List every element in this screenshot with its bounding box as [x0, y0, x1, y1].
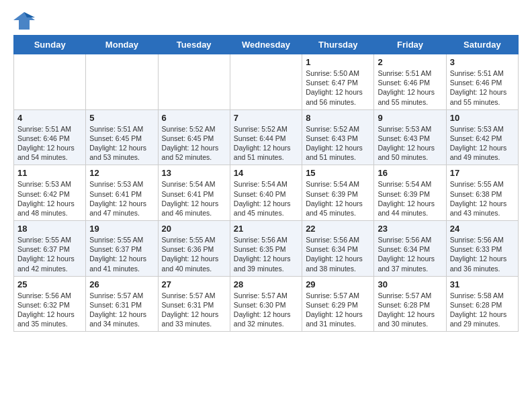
day-number: 3 — [450, 57, 515, 67]
week-row-4: 18Sunrise: 5:55 AM Sunset: 6:37 PM Dayli… — [14, 221, 519, 277]
day-number: 10 — [450, 113, 515, 123]
calendar-cell — [158, 54, 230, 110]
day-info: Sunrise: 5:54 AM Sunset: 6:41 PM Dayligh… — [162, 179, 226, 218]
calendar-cell: 5Sunrise: 5:51 AM Sunset: 6:45 PM Daylig… — [86, 109, 158, 165]
calendar-header: SundayMondayTuesdayWednesdayThursdayFrid… — [14, 36, 519, 54]
calendar-table: SundayMondayTuesdayWednesdayThursdayFrid… — [13, 35, 519, 332]
calendar-cell: 12Sunrise: 5:53 AM Sunset: 6:41 PM Dayli… — [86, 165, 158, 221]
day-info: Sunrise: 5:51 AM Sunset: 6:46 PM Dayligh… — [17, 124, 82, 163]
day-number: 2 — [378, 57, 442, 67]
calendar-cell: 19Sunrise: 5:55 AM Sunset: 6:37 PM Dayli… — [86, 221, 158, 277]
calendar-cell — [86, 54, 158, 110]
day-info: Sunrise: 5:51 AM Sunset: 6:46 PM Dayligh… — [378, 68, 442, 107]
day-info: Sunrise: 5:58 AM Sunset: 6:28 PM Dayligh… — [450, 291, 515, 329]
day-info: Sunrise: 5:56 AM Sunset: 6:33 PM Dayligh… — [450, 235, 515, 273]
weekday-header-tuesday: Tuesday — [158, 36, 230, 54]
day-info: Sunrise: 5:57 AM Sunset: 6:31 PM Dayligh… — [162, 291, 226, 329]
calendar-cell: 27Sunrise: 5:57 AM Sunset: 6:31 PM Dayli… — [158, 276, 230, 332]
day-info: Sunrise: 5:54 AM Sunset: 6:40 PM Dayligh… — [234, 179, 298, 218]
day-info: Sunrise: 5:53 AM Sunset: 6:43 PM Dayligh… — [378, 124, 442, 163]
weekday-header-thursday: Thursday — [302, 36, 374, 54]
calendar-cell: 30Sunrise: 5:57 AM Sunset: 6:28 PM Dayli… — [374, 276, 446, 332]
calendar-cell: 1Sunrise: 5:50 AM Sunset: 6:47 PM Daylig… — [302, 54, 374, 110]
day-info: Sunrise: 5:57 AM Sunset: 6:31 PM Dayligh… — [89, 291, 154, 329]
day-number: 27 — [162, 279, 226, 289]
week-row-5: 25Sunrise: 5:56 AM Sunset: 6:32 PM Dayli… — [14, 276, 519, 332]
day-info: Sunrise: 5:57 AM Sunset: 6:29 PM Dayligh… — [306, 291, 370, 329]
week-row-3: 11Sunrise: 5:53 AM Sunset: 6:42 PM Dayli… — [14, 165, 519, 221]
logo-bird-icon — [13, 11, 35, 30]
calendar-cell: 16Sunrise: 5:54 AM Sunset: 6:39 PM Dayli… — [374, 165, 446, 221]
day-number: 4 — [17, 113, 82, 123]
day-number: 8 — [306, 113, 370, 123]
week-row-1: 1Sunrise: 5:50 AM Sunset: 6:47 PM Daylig… — [14, 54, 519, 110]
day-info: Sunrise: 5:53 AM Sunset: 6:42 PM Dayligh… — [17, 179, 82, 218]
calendar-cell: 13Sunrise: 5:54 AM Sunset: 6:41 PM Dayli… — [158, 165, 230, 221]
calendar-cell: 8Sunrise: 5:52 AM Sunset: 6:43 PM Daylig… — [302, 109, 374, 165]
calendar-cell: 2Sunrise: 5:51 AM Sunset: 6:46 PM Daylig… — [374, 54, 446, 110]
day-number: 15 — [306, 168, 370, 178]
day-info: Sunrise: 5:55 AM Sunset: 6:37 PM Dayligh… — [89, 235, 154, 273]
header — [13, 11, 519, 30]
day-info: Sunrise: 5:55 AM Sunset: 6:37 PM Dayligh… — [17, 235, 82, 273]
day-info: Sunrise: 5:51 AM Sunset: 6:46 PM Dayligh… — [450, 68, 515, 107]
calendar-cell: 26Sunrise: 5:57 AM Sunset: 6:31 PM Dayli… — [86, 276, 158, 332]
calendar-cell: 25Sunrise: 5:56 AM Sunset: 6:32 PM Dayli… — [14, 276, 86, 332]
day-number: 25 — [17, 279, 82, 289]
calendar-cell: 4Sunrise: 5:51 AM Sunset: 6:46 PM Daylig… — [14, 109, 86, 165]
calendar-cell: 24Sunrise: 5:56 AM Sunset: 6:33 PM Dayli… — [446, 221, 518, 277]
calendar-cell: 21Sunrise: 5:56 AM Sunset: 6:35 PM Dayli… — [230, 221, 302, 277]
day-number: 17 — [450, 168, 515, 178]
day-number: 5 — [89, 113, 154, 123]
day-info: Sunrise: 5:53 AM Sunset: 6:41 PM Dayligh… — [89, 179, 154, 218]
day-info: Sunrise: 5:57 AM Sunset: 6:28 PM Dayligh… — [378, 291, 442, 329]
day-number: 28 — [234, 279, 298, 289]
logo — [13, 11, 36, 30]
day-number: 18 — [17, 224, 82, 234]
weekday-header-sunday: Sunday — [14, 36, 86, 54]
day-number: 30 — [378, 279, 442, 289]
weekday-header-monday: Monday — [86, 36, 158, 54]
calendar-cell: 14Sunrise: 5:54 AM Sunset: 6:40 PM Dayli… — [230, 165, 302, 221]
day-info: Sunrise: 5:53 AM Sunset: 6:42 PM Dayligh… — [450, 124, 515, 163]
day-number: 22 — [306, 224, 370, 234]
calendar-cell: 23Sunrise: 5:56 AM Sunset: 6:34 PM Dayli… — [374, 221, 446, 277]
day-info: Sunrise: 5:56 AM Sunset: 6:32 PM Dayligh… — [17, 291, 82, 329]
day-number: 31 — [450, 279, 515, 289]
day-info: Sunrise: 5:56 AM Sunset: 6:34 PM Dayligh… — [378, 235, 442, 273]
day-number: 21 — [234, 224, 298, 234]
calendar-cell: 17Sunrise: 5:55 AM Sunset: 6:38 PM Dayli… — [446, 165, 518, 221]
calendar-cell: 9Sunrise: 5:53 AM Sunset: 6:43 PM Daylig… — [374, 109, 446, 165]
calendar-cell: 15Sunrise: 5:54 AM Sunset: 6:39 PM Dayli… — [302, 165, 374, 221]
day-number: 26 — [89, 279, 154, 289]
calendar-cell: 11Sunrise: 5:53 AM Sunset: 6:42 PM Dayli… — [14, 165, 86, 221]
day-info: Sunrise: 5:56 AM Sunset: 6:35 PM Dayligh… — [234, 235, 298, 273]
day-info: Sunrise: 5:52 AM Sunset: 6:45 PM Dayligh… — [162, 124, 226, 163]
calendar-cell: 20Sunrise: 5:55 AM Sunset: 6:36 PM Dayli… — [158, 221, 230, 277]
weekday-header-saturday: Saturday — [446, 36, 518, 54]
day-number: 14 — [234, 168, 298, 178]
day-number: 29 — [306, 279, 370, 289]
day-info: Sunrise: 5:52 AM Sunset: 6:43 PM Dayligh… — [306, 124, 370, 163]
day-info: Sunrise: 5:50 AM Sunset: 6:47 PM Dayligh… — [306, 68, 370, 107]
day-number: 16 — [378, 168, 442, 178]
calendar-cell: 6Sunrise: 5:52 AM Sunset: 6:45 PM Daylig… — [158, 109, 230, 165]
day-number: 20 — [162, 224, 226, 234]
weekday-header-row: SundayMondayTuesdayWednesdayThursdayFrid… — [14, 36, 519, 54]
calendar-cell: 29Sunrise: 5:57 AM Sunset: 6:29 PM Dayli… — [302, 276, 374, 332]
calendar-cell: 28Sunrise: 5:57 AM Sunset: 6:30 PM Dayli… — [230, 276, 302, 332]
day-number: 12 — [89, 168, 154, 178]
calendar-cell: 31Sunrise: 5:58 AM Sunset: 6:28 PM Dayli… — [446, 276, 518, 332]
weekday-header-wednesday: Wednesday — [230, 36, 302, 54]
day-info: Sunrise: 5:52 AM Sunset: 6:44 PM Dayligh… — [234, 124, 298, 163]
day-info: Sunrise: 5:54 AM Sunset: 6:39 PM Dayligh… — [378, 179, 442, 218]
day-info: Sunrise: 5:51 AM Sunset: 6:45 PM Dayligh… — [89, 124, 154, 163]
calendar-cell: 7Sunrise: 5:52 AM Sunset: 6:44 PM Daylig… — [230, 109, 302, 165]
day-number: 7 — [234, 113, 298, 123]
day-info: Sunrise: 5:54 AM Sunset: 6:39 PM Dayligh… — [306, 179, 370, 218]
day-info: Sunrise: 5:56 AM Sunset: 6:34 PM Dayligh… — [306, 235, 370, 273]
day-number: 9 — [378, 113, 442, 123]
day-number: 11 — [17, 168, 82, 178]
calendar-cell: 22Sunrise: 5:56 AM Sunset: 6:34 PM Dayli… — [302, 221, 374, 277]
day-number: 13 — [162, 168, 226, 178]
